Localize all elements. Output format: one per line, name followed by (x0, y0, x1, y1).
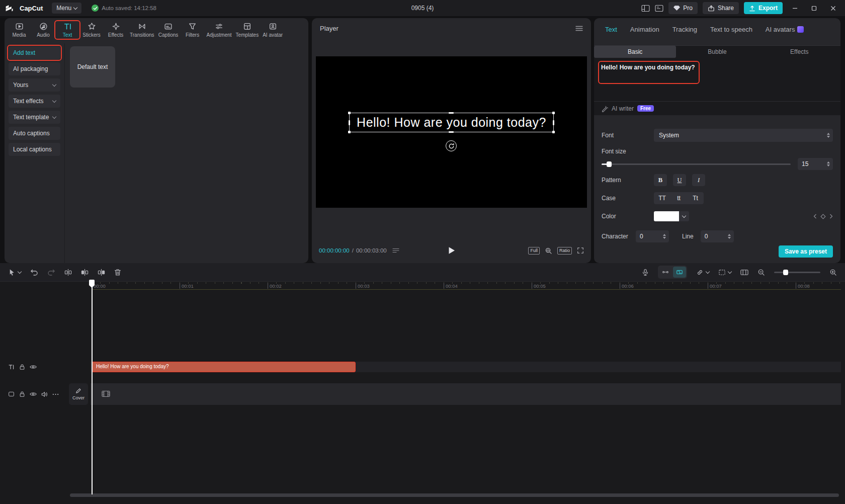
zoom-in-button[interactable] (829, 269, 837, 276)
tab-filters[interactable]: Filters (181, 21, 204, 39)
tab-transitions[interactable]: Transitions (128, 21, 156, 39)
keyframe-prev-icon[interactable] (813, 214, 817, 219)
focus-zoom-icon[interactable] (545, 247, 552, 255)
subtab-bubble[interactable]: Bubble (676, 46, 758, 58)
more-icon[interactable] (52, 393, 59, 395)
case-upper-button[interactable]: TT (654, 192, 670, 204)
line-spacing-input[interactable]: 0 (701, 230, 734, 242)
font-size-stepper[interactable] (827, 161, 833, 166)
handle-right[interactable] (553, 120, 554, 125)
playhead-line[interactable] (92, 280, 93, 494)
handle-top-left[interactable] (348, 112, 351, 114)
handle-top[interactable] (449, 112, 454, 114)
sidebar-item-add-text[interactable]: Add text (9, 46, 60, 59)
menu-button[interactable]: Menu (52, 3, 81, 14)
player-menu-icon[interactable] (575, 26, 583, 31)
subtab-basic[interactable]: Basic (594, 46, 676, 58)
eye-icon[interactable] (30, 391, 37, 397)
color-dropdown[interactable] (679, 211, 689, 221)
text-selection-box[interactable]: Hello! How are you doing today? (349, 113, 554, 132)
main-track-magnet-icon[interactable] (659, 267, 672, 278)
ratio-toggle[interactable]: Ratio (557, 247, 572, 255)
text-content-input[interactable]: Hello! How are you doing today? (594, 58, 840, 101)
font-select[interactable]: System (654, 129, 833, 142)
cover-button[interactable]: Cover (69, 383, 88, 405)
tab-ai-avatars[interactable]: AI avatars (766, 26, 804, 33)
auto-snap-icon[interactable] (673, 267, 686, 278)
tab-ai-avatar[interactable]: AI avatar (261, 21, 284, 39)
tab-text-props[interactable]: Text (605, 26, 617, 33)
pro-button[interactable]: Pro (668, 2, 698, 14)
layout-panels-icon[interactable] (641, 5, 650, 12)
text-clip[interactable]: Hello! How are you doing today? (92, 362, 356, 372)
lock-icon[interactable] (19, 364, 25, 370)
sidebar-item-text-effects[interactable]: Text effects (9, 95, 60, 108)
handle-bottom-right[interactable] (552, 131, 555, 133)
layout-adjust-icon[interactable] (655, 5, 663, 12)
lock-icon[interactable] (19, 391, 25, 397)
sidebar-item-yours[interactable]: Yours (9, 78, 60, 92)
main-track-lane[interactable] (91, 383, 841, 405)
tab-captions[interactable]: Captions (157, 21, 180, 39)
keyframe-next-icon[interactable] (829, 214, 833, 219)
zoom-slider-thumb[interactable] (783, 270, 788, 275)
eye-icon[interactable] (30, 364, 37, 370)
font-select-arrows[interactable] (827, 133, 833, 138)
video-overlay-text[interactable]: Hello! How are you doing today? (357, 115, 546, 129)
delete-left-button[interactable] (81, 269, 89, 276)
sidebar-item-ai-packaging[interactable]: AI packaging (9, 62, 60, 75)
minimize-button[interactable] (788, 2, 802, 14)
save-as-preset-button[interactable]: Save as preset (779, 245, 833, 258)
track-material-button[interactable] (740, 269, 748, 276)
case-lower-button[interactable]: tt (670, 192, 687, 204)
font-size-slider[interactable] (602, 163, 791, 165)
linkage-button[interactable] (696, 269, 709, 276)
maximize-button[interactable] (807, 2, 821, 14)
tab-effects[interactable]: Effects (104, 21, 127, 39)
select-tool-button[interactable] (8, 269, 21, 276)
share-button[interactable]: Share (703, 2, 739, 14)
line-stepper[interactable] (728, 234, 734, 239)
tab-adjustment[interactable]: Adjustment (205, 21, 233, 39)
handle-left[interactable] (349, 120, 350, 125)
font-size-input[interactable]: 15 (798, 158, 833, 170)
delete-button[interactable] (114, 269, 121, 276)
delete-right-button[interactable] (98, 269, 105, 276)
character-stepper[interactable] (663, 234, 669, 239)
export-button[interactable]: Export (744, 2, 783, 14)
add-media-filmstrip-icon[interactable] (102, 390, 110, 397)
select-mode-button[interactable] (718, 269, 731, 276)
speaker-icon[interactable] (41, 391, 48, 397)
frames-icon[interactable] (392, 248, 399, 253)
redo-button[interactable] (47, 269, 55, 276)
tab-text-to-speech[interactable]: Text to speech (710, 26, 752, 33)
video-canvas[interactable]: Hello! How are you doing today? (316, 56, 587, 208)
tab-templates[interactable]: Templates (234, 21, 261, 39)
tab-stickers[interactable]: Stickers (80, 21, 103, 39)
play-button[interactable] (448, 246, 455, 255)
full-toggle[interactable]: Full (528, 247, 540, 255)
handle-bottom[interactable] (449, 131, 454, 133)
tab-media[interactable]: Media (8, 21, 31, 39)
handle-top-right[interactable] (552, 112, 555, 114)
color-swatch[interactable] (654, 211, 679, 221)
tab-text[interactable]: Text (56, 21, 79, 39)
sidebar-item-auto-captions[interactable]: Auto captions (9, 127, 60, 140)
sidebar-item-local-captions[interactable]: Local captions (9, 143, 60, 156)
zoom-out-button[interactable] (757, 269, 765, 276)
font-size-slider-thumb[interactable] (607, 161, 612, 167)
bold-button[interactable]: B (654, 174, 667, 186)
rotate-handle-icon[interactable] (446, 140, 457, 151)
underline-button[interactable]: U (673, 174, 686, 186)
record-voiceover-button[interactable] (642, 269, 649, 276)
timeline-scrollbar[interactable] (70, 493, 839, 497)
subtab-effects[interactable]: Effects (758, 46, 840, 58)
character-spacing-input[interactable]: 0 (636, 230, 669, 242)
italic-button[interactable]: I (692, 174, 705, 186)
ai-writer-row[interactable]: AI writer Free (594, 101, 840, 115)
sidebar-item-text-template[interactable]: Text template (9, 111, 60, 124)
ruler-ticks[interactable] (92, 282, 841, 284)
timeline-zoom-slider[interactable] (774, 272, 820, 273)
case-title-button[interactable]: Tt (687, 192, 704, 204)
tab-audio[interactable]: Audio (32, 21, 55, 39)
